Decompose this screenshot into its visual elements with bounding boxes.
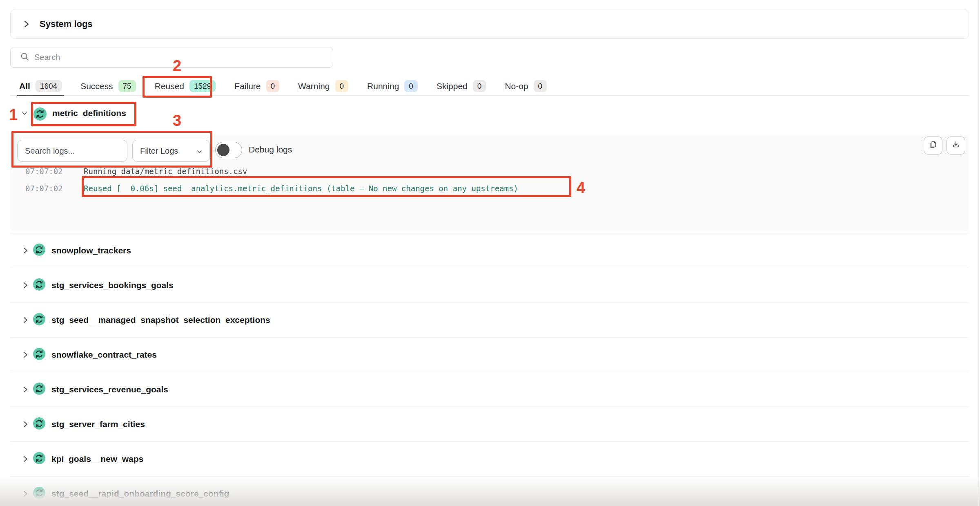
tab-label: Success xyxy=(80,81,113,91)
log-message: Running data/metric_definitions.csv xyxy=(84,166,247,176)
list-item[interactable]: stg_seed__rapid_onboarding_score_config xyxy=(10,476,969,506)
reused-seed-icon xyxy=(33,107,47,122)
chevron-right-icon xyxy=(22,316,28,324)
status-tabs: All 1604 Success 75 Reused 1529 Failure … xyxy=(10,77,969,96)
reused-seed-icon xyxy=(33,383,45,396)
tab-reused[interactable]: Reused 1529 xyxy=(155,77,216,95)
chevron-right-icon xyxy=(22,385,28,394)
list-item-label: stg_services_revenue_goals xyxy=(51,385,168,394)
tab-count-badge: 0 xyxy=(473,80,486,92)
log-item-list: snowplow_trackers stg_services_bookings_… xyxy=(10,233,969,506)
tab-label: Failure xyxy=(234,81,261,91)
tab-warning[interactable]: Warning 0 xyxy=(298,77,348,95)
reused-seed-icon xyxy=(33,278,45,292)
list-item[interactable]: stg_server_farm_cities xyxy=(10,407,969,441)
tab-all[interactable]: All 1604 xyxy=(19,77,62,95)
chevron-right-icon xyxy=(22,351,28,359)
reused-seed-icon xyxy=(33,452,45,466)
copy-icon xyxy=(929,140,938,151)
right-edge-divider xyxy=(978,0,979,506)
list-item[interactable]: snowflake_contract_rates xyxy=(10,337,969,372)
list-item[interactable]: kpi_goals__new_waps xyxy=(10,441,969,476)
chevron-down-icon xyxy=(21,110,28,117)
list-item-label: stg_seed__rapid_onboarding_score_config xyxy=(51,489,229,499)
filter-logs-dropdown[interactable]: Filter Logs xyxy=(132,140,210,162)
list-item-label: stg_seed__managed_snapshot_selection_exc… xyxy=(51,315,270,325)
log-timestamp: 07:07:02 xyxy=(25,184,63,193)
log-message: Reused [ 0.06s] seed analytics.metric_de… xyxy=(84,184,518,193)
reused-seed-icon xyxy=(33,313,45,327)
reused-seed-icon xyxy=(33,348,45,362)
tab-label: Running xyxy=(367,81,399,91)
list-item[interactable]: stg_services_bookings_goals xyxy=(10,268,969,302)
tab-count-badge: 1604 xyxy=(36,80,62,92)
chevron-right-icon xyxy=(22,455,28,463)
search-icon xyxy=(20,52,29,63)
tab-count-badge: 0 xyxy=(335,80,349,92)
list-item-label: snowplow_trackers xyxy=(51,246,131,255)
tab-success[interactable]: Success 75 xyxy=(80,77,136,95)
tab-running[interactable]: Running 0 xyxy=(367,77,418,95)
list-item-metric-definitions[interactable]: metric_definitions xyxy=(10,101,969,127)
copy-logs-button[interactable] xyxy=(924,137,942,154)
search-input[interactable] xyxy=(34,53,320,62)
tab-label: Skipped xyxy=(437,81,468,91)
page-title: System logs xyxy=(40,19,93,29)
list-item-label: stg_server_farm_cities xyxy=(51,419,145,429)
chevron-right-icon xyxy=(22,420,28,428)
download-logs-button[interactable] xyxy=(947,137,965,154)
tab-label: All xyxy=(19,81,30,91)
tab-count-badge: 1529 xyxy=(189,80,216,92)
chevron-down-icon xyxy=(197,146,202,156)
list-item-label: kpi_goals__new_waps xyxy=(51,454,143,464)
tab-label: Reused xyxy=(155,81,184,91)
chevron-right-icon xyxy=(22,490,28,498)
tab-label: No-op xyxy=(505,81,528,91)
list-item-label: stg_services_bookings_goals xyxy=(51,280,174,290)
list-item-label: metric_definitions xyxy=(52,108,126,118)
debug-logs-label: Debug logs xyxy=(249,145,292,154)
reused-seed-icon xyxy=(33,244,45,257)
tab-noop[interactable]: No-op 0 xyxy=(505,77,547,95)
list-item-label: snowflake_contract_rates xyxy=(51,350,157,360)
filter-logs-label: Filter Logs xyxy=(140,146,178,156)
log-timestamp: 07:07:02 xyxy=(25,166,63,176)
search-bar xyxy=(10,47,333,68)
tab-count-badge: 0 xyxy=(534,80,547,92)
tab-count-badge: 0 xyxy=(404,80,418,92)
tab-failure[interactable]: Failure 0 xyxy=(234,77,279,95)
log-panel: Filter Logs Debug logs 07:07:02 Running xyxy=(10,135,969,231)
list-item[interactable]: stg_seed__managed_snapshot_selection_exc… xyxy=(10,302,969,337)
reused-seed-icon xyxy=(33,417,45,431)
tab-count-badge: 75 xyxy=(118,80,136,92)
chevron-right-icon xyxy=(23,20,30,29)
search-logs-input[interactable] xyxy=(17,140,127,162)
debug-logs-toggle[interactable] xyxy=(215,142,242,158)
chevron-right-icon xyxy=(22,246,28,255)
toggle-knob xyxy=(217,144,229,156)
reused-seed-icon xyxy=(33,487,45,501)
tab-skipped[interactable]: Skipped 0 xyxy=(437,77,486,95)
list-item[interactable]: snowplow_trackers xyxy=(10,233,969,268)
system-logs-header[interactable]: System logs xyxy=(10,9,969,39)
download-icon xyxy=(951,140,960,151)
list-item[interactable]: stg_services_revenue_goals xyxy=(10,372,969,407)
tab-count-badge: 0 xyxy=(266,80,280,92)
chevron-right-icon xyxy=(22,281,28,289)
tab-label: Warning xyxy=(298,81,330,91)
